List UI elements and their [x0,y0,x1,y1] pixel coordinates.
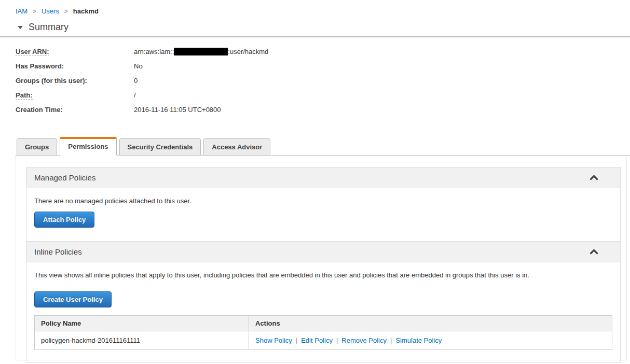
policy-name-cell: policygen-hackmd-201611161111 [35,331,249,350]
summary-field-path: Path: / [0,88,630,103]
policy-actions-cell: Show Policy|Edit Policy|Remove Policy|Si… [249,331,612,350]
create-user-policy-button[interactable]: Create User Policy [34,291,112,307]
breadcrumb-separator: > [33,7,37,15]
simulate-policy-link[interactable]: Simulate Policy [395,337,442,344]
tab-bar: Groups Permissions Security Credentials … [0,137,630,156]
permissions-tab-panel: Managed Policies There are no managed po… [16,156,627,360]
inline-policies-section: Inline Policies This view shows all inli… [26,242,621,363]
creation-time-label: Creation Time: [16,106,134,114]
show-policy-link[interactable]: Show Policy [255,337,292,344]
managed-policies-title: Managed Policies [34,173,588,182]
groups-label: Groups (for this user): [16,77,134,85]
breadcrumb-separator: > [64,7,69,15]
creation-time-value: 2016-11-16 11:05 UTC+0800 [134,106,221,114]
managed-policies-section: Managed Policies There are no managed po… [26,167,621,242]
tab-permissions[interactable]: Permissions [60,137,116,156]
summary-field-groups: Groups (for this user): 0 [0,74,630,88]
chevron-up-icon [590,249,598,255]
redacted-account-id [174,48,228,55]
attach-policy-button[interactable]: Attach Policy [34,212,94,228]
path-value: / [134,91,136,100]
remove-policy-link[interactable]: Remove Policy [341,337,387,344]
inline-policies-table: Policy Name Actions policygen-hackmd-201… [34,315,612,350]
summary-section-header[interactable]: Summary [18,22,630,33]
has-password-value: No [134,62,143,71]
policy-name-column-header: Policy Name [35,316,249,331]
action-separator: | [390,337,392,344]
tab-access-advisor[interactable]: Access Advisor [203,138,270,156]
inline-policies-header[interactable]: Inline Policies [26,242,620,262]
summary-divider [0,36,630,37]
managed-policies-body: There are no managed policies attached t… [26,188,620,241]
summary-fields: User ARN: arn:aws:iam:::user/hackmd Has … [0,45,630,117]
table-header-row: Policy Name Actions [35,316,612,331]
summary-field-creation-time: Creation Time: 2016-11-16 11:05 UTC+0800 [0,103,630,117]
chevron-up-icon [590,175,598,180]
has-password-label: Has Password: [16,62,134,71]
tab-security-credentials[interactable]: Security Credentials [119,138,201,156]
collapse-button[interactable] [588,174,599,181]
action-separator: | [336,337,338,344]
managed-policies-empty-text: There are no managed policies attached t… [34,197,612,205]
summary-title: Summary [29,22,69,33]
breadcrumb-link-iam[interactable]: IAM [16,7,28,15]
inline-policies-description: This view shows all inline policies that… [34,271,612,279]
path-label: Path: [16,91,33,100]
user-arn-value: arn:aws:iam:::user/hackmd [134,48,268,56]
inline-policies-title: Inline Policies [34,247,588,256]
breadcrumb: IAM > Users > hackmd [0,0,630,15]
summary-field-has-password: Has Password: No [0,59,630,74]
collapse-button[interactable] [588,248,599,256]
inline-policies-body: This view shows all inline policies that… [26,262,620,362]
caret-down-icon [18,26,23,29]
actions-column-header: Actions [249,316,612,331]
groups-value: 0 [134,77,138,85]
tab-groups[interactable]: Groups [17,138,57,156]
breadcrumb-link-users[interactable]: Users [42,7,59,15]
user-arn-label: User ARN: [16,48,49,56]
table-row: policygen-hackmd-201611161111 Show Polic… [35,331,612,350]
action-separator: | [296,337,297,344]
summary-field-user-arn: User ARN: arn:aws:iam:::user/hackmd [0,45,630,59]
breadcrumb-current-user: hackmd [73,7,99,15]
edit-policy-link[interactable]: Edit Policy [301,337,333,344]
managed-policies-header[interactable]: Managed Policies [26,167,620,188]
